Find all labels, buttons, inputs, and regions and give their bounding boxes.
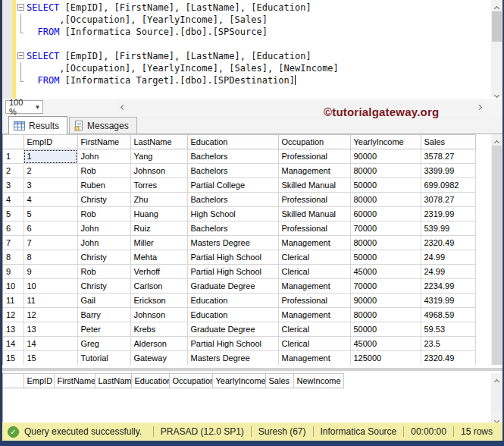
column-header[interactable]: NewIncome (293, 374, 343, 388)
cell[interactable]: Partial College (187, 178, 278, 193)
cell[interactable]: 2234.99 (421, 279, 475, 294)
cell[interactable]: 699.0982 (421, 178, 475, 193)
column-header[interactable]: YearlyIncome (212, 374, 265, 388)
cell[interactable]: Tutorial (77, 351, 130, 366)
cell[interactable]: 11 (23, 294, 77, 308)
cell[interactable]: 60000 (350, 207, 421, 221)
cell[interactable]: Bachelors (187, 149, 278, 164)
cell[interactable]: Ruben (77, 178, 130, 193)
cell[interactable]: 125000 (350, 351, 421, 366)
cell[interactable]: Bachelors (187, 164, 278, 178)
cell[interactable]: 24.99 (421, 250, 475, 265)
row-number[interactable]: 4 (3, 193, 23, 207)
cell[interactable]: Clerical (278, 250, 350, 265)
column-header[interactable]: LastName (95, 374, 131, 388)
cell[interactable]: 10 (23, 279, 77, 294)
column-header[interactable]: Occupation (169, 374, 212, 388)
cell[interactable]: Verhoff (130, 265, 187, 279)
cell[interactable]: 80000 (350, 193, 421, 207)
cell[interactable]: Masters Degree (187, 236, 278, 250)
row-number[interactable]: 14 (3, 337, 23, 351)
scroll-down-icon[interactable] (491, 86, 502, 97)
scrollbar-thumb[interactable] (492, 146, 502, 365)
cell[interactable]: High School (187, 207, 278, 221)
cell[interactable]: 59.53 (421, 322, 475, 337)
cell[interactable]: Graduate Degree (187, 322, 278, 337)
cell[interactable]: John (77, 221, 130, 236)
column-header[interactable]: EmpID (23, 135, 77, 149)
cell[interactable]: Graduate Degree (187, 279, 278, 294)
column-header[interactable]: Occupation (278, 135, 350, 149)
cell[interactable]: Skilled Manual (278, 207, 350, 221)
scroll-up-icon[interactable] (491, 373, 502, 384)
cell[interactable]: Krebs (130, 322, 187, 337)
scroll-up-icon[interactable] (491, 134, 502, 145)
cell[interactable]: Ruiz (130, 221, 187, 236)
column-header[interactable]: FirstName (77, 135, 130, 149)
cell[interactable]: Professional (278, 149, 350, 164)
row-number[interactable]: 15 (3, 351, 23, 366)
cell[interactable]: 14 (23, 337, 77, 351)
cell[interactable]: 5 (23, 207, 77, 221)
cell[interactable]: 80000 (350, 236, 421, 250)
cell[interactable]: 45000 (350, 265, 421, 279)
row-number[interactable]: 2 (3, 164, 23, 178)
cell[interactable]: Mehta (130, 250, 187, 265)
row-number[interactable]: 11 (3, 294, 23, 308)
cell[interactable]: 50000 (350, 250, 421, 265)
column-header[interactable]: EmpID (23, 374, 54, 388)
collapse-minus-icon[interactable]: − (17, 4, 24, 11)
cell[interactable]: Management (278, 164, 350, 178)
scrollbar-track[interactable] (492, 385, 502, 411)
row-number[interactable]: 12 (3, 308, 23, 322)
scroll-down-icon[interactable] (491, 412, 502, 422)
column-header[interactable]: YearlyIncome (350, 135, 421, 149)
cell[interactable]: Education (187, 294, 278, 308)
cell[interactable]: 15 (23, 351, 77, 366)
cell[interactable]: Erickson (130, 294, 187, 308)
results-splitter[interactable] (2, 365, 502, 373)
results-vertical-scrollbar[interactable] (491, 134, 502, 365)
cell[interactable]: 2319.99 (421, 207, 475, 221)
cell[interactable]: Partial High School (187, 250, 278, 265)
row-number[interactable]: 9 (3, 265, 23, 279)
cell[interactable]: 4968.59 (421, 308, 475, 322)
cell[interactable]: 6 (23, 221, 77, 236)
second-results-vertical-scrollbar[interactable] (491, 373, 502, 422)
cell[interactable]: Clerical (278, 322, 350, 337)
column-header[interactable]: Sales (265, 374, 293, 388)
cell[interactable]: Partial High School (187, 337, 278, 351)
cell[interactable]: Masters Degree (187, 351, 278, 366)
cell[interactable]: Rob (77, 265, 130, 279)
cell[interactable]: Huang (130, 207, 187, 221)
cell[interactable]: 4319.99 (421, 294, 475, 308)
cell[interactable]: 7 (23, 236, 77, 250)
splitter-handle[interactable] (2, 368, 502, 371)
cell[interactable]: 70000 (350, 221, 421, 236)
cell[interactable]: 12 (23, 308, 77, 322)
cell[interactable]: 8 (23, 250, 77, 265)
cell[interactable]: 3078.27 (421, 193, 475, 207)
cell[interactable]: Miller (130, 236, 187, 250)
cell[interactable]: 13 (23, 322, 77, 337)
cell[interactable]: John (77, 236, 130, 250)
cell[interactable]: Rob (77, 207, 130, 221)
cell[interactable]: 4 (23, 193, 77, 207)
column-header[interactable]: Education (187, 135, 278, 149)
cell[interactable]: 23.5 (421, 337, 475, 351)
cell[interactable]: 9 (23, 265, 77, 279)
cell[interactable]: 2320.49 (421, 351, 475, 366)
cell[interactable]: Carlson (130, 279, 187, 294)
row-number[interactable]: 3 (3, 178, 23, 193)
cell[interactable]: 539.99 (421, 221, 475, 236)
row-number[interactable]: 7 (3, 236, 23, 250)
cell[interactable]: Professional (278, 193, 350, 207)
collapse-minus-icon[interactable]: − (17, 52, 24, 59)
row-number[interactable]: 6 (3, 221, 23, 236)
corner-header[interactable] (3, 374, 23, 388)
cell[interactable]: 80000 (350, 164, 421, 178)
cell[interactable]: Partial High School (187, 265, 278, 279)
cell[interactable]: 50000 (350, 322, 421, 337)
cell[interactable]: Christy (77, 193, 130, 207)
cell[interactable]: 50000 (350, 178, 421, 193)
